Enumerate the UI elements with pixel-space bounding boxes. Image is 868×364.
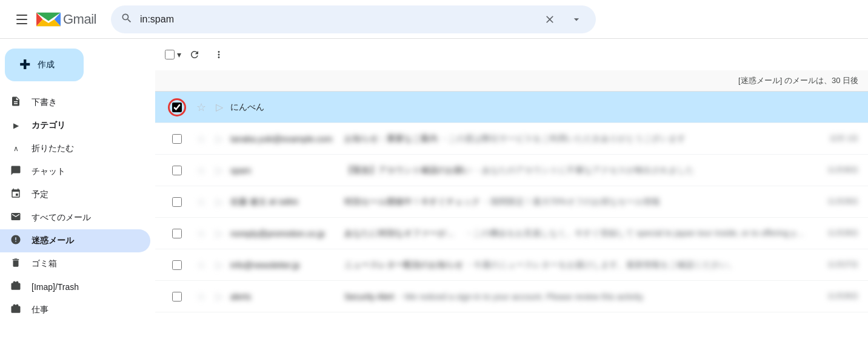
select-dropdown-chevron[interactable]: ▾ bbox=[177, 50, 181, 59]
sidebar-item-spam[interactable]: 迷惑メール bbox=[0, 229, 150, 252]
email-checkbox-4[interactable] bbox=[172, 197, 182, 207]
forward-icon-1[interactable]: ▷ bbox=[216, 101, 223, 113]
email-sender-1: にんべん bbox=[230, 102, 339, 113]
star-icon-4[interactable]: ☆ bbox=[196, 195, 206, 209]
forward-icon-7[interactable]: ▷ bbox=[216, 291, 223, 302]
hamburger-button[interactable] bbox=[10, 7, 34, 32]
email-sender-5: noreply@promotion.co.jp bbox=[230, 229, 339, 238]
sidebar-item-work[interactable]: 仕事 bbox=[0, 298, 150, 322]
email-body-7: Security Alert - We noticed a sign-in to… bbox=[344, 292, 805, 302]
main-layout: ✚ 作成 下書き ▶ カテゴリ ∧ 折りたたむ チャット bbox=[0, 39, 868, 364]
sidebar-item-meet[interactable]: 予定 bbox=[0, 183, 150, 206]
email-snippet-6: - 今週のニュースレターをお届けします。最新情報をご確認ください。 bbox=[468, 260, 736, 271]
spam-icon bbox=[10, 234, 22, 248]
email-sender-3: spam bbox=[230, 166, 339, 175]
compose-button[interactable]: ✚ 作成 bbox=[5, 49, 84, 81]
sidebar-item-categories[interactable]: ▶ カテゴリ bbox=[0, 114, 150, 137]
star-icon-1[interactable]: ☆ bbox=[196, 101, 206, 114]
email-row[interactable]: ☆ ▷ info@newsletter.jp ニュースレター配信のお知らせ - … bbox=[155, 249, 868, 281]
sidebar-item-label-trash: ゴミ箱 bbox=[32, 258, 141, 269]
email-checkbox-wrap-2 bbox=[165, 134, 189, 144]
work-icon bbox=[10, 303, 22, 317]
categories-expand-icon: ▶ bbox=[10, 121, 22, 130]
refresh-button[interactable] bbox=[184, 44, 205, 66]
sidebar-item-label-chat: チャット bbox=[32, 166, 141, 177]
spam-notice: [迷惑メール] のメールは、30 日後 bbox=[155, 70, 868, 92]
forward-icon-2[interactable]: ▷ bbox=[216, 133, 223, 144]
email-checkbox-1[interactable] bbox=[172, 103, 182, 112]
email-row[interactable]: ☆ ▷ にんべん bbox=[155, 92, 868, 123]
sidebar-item-trash[interactable]: ゴミ箱 bbox=[0, 252, 150, 275]
sidebar-item-all-mail[interactable]: すべてのメール bbox=[0, 206, 150, 229]
fold-icon: ∧ bbox=[10, 144, 22, 153]
forward-icon-4[interactable]: ▷ bbox=[216, 196, 223, 207]
forward-icon-5[interactable]: ▷ bbox=[216, 228, 223, 239]
select-all-checkbox[interactable] bbox=[165, 50, 175, 59]
email-checkbox-wrap-3 bbox=[165, 166, 189, 175]
sidebar-item-label-all-mail: すべてのメール bbox=[32, 212, 141, 223]
forward-icon-3[interactable]: ▷ bbox=[216, 164, 223, 176]
email-sender-2: tanaka.yuki@example.com bbox=[230, 134, 339, 144]
toolbar: ▾ bbox=[155, 39, 868, 70]
search-bar[interactable]: in:spam bbox=[111, 5, 596, 33]
gmail-logo: Gmail bbox=[36, 11, 96, 28]
email-checkbox-3[interactable] bbox=[172, 166, 182, 175]
email-row[interactable]: ☆ ▷ spam 【緊急】アカウント確認のお願い - あなたのアカウントに不審な… bbox=[155, 155, 868, 186]
search-options-button[interactable] bbox=[567, 10, 586, 29]
star-icon-7[interactable]: ☆ bbox=[196, 290, 206, 303]
select-all-wrap: ▾ bbox=[165, 50, 181, 59]
email-date-4: 11月29日 bbox=[810, 197, 858, 207]
email-checkbox-wrap-5 bbox=[165, 229, 189, 238]
sidebar-item-label-categories: カテゴリ bbox=[32, 120, 141, 131]
email-checkbox-7[interactable] bbox=[172, 292, 182, 302]
star-icon-5[interactable]: ☆ bbox=[196, 227, 206, 240]
email-sender-4: 佐藤 健太 at sales bbox=[230, 197, 339, 207]
sidebar-item-label-meet: 予定 bbox=[32, 189, 141, 200]
sidebar-item-label-fold: 折りたたむ bbox=[32, 143, 141, 154]
email-subject-2: お知らせ：重要なご案内 bbox=[344, 133, 438, 144]
forward-icon-6[interactable]: ▷ bbox=[216, 259, 223, 271]
email-checkbox-wrap-7 bbox=[165, 292, 189, 302]
email-snippet-7: - We noticed a sign-in to your account. … bbox=[399, 292, 644, 302]
email-row[interactable]: ☆ ▷ tanaka.yuki@example.com お知らせ：重要なご案内 … bbox=[155, 123, 868, 155]
trash-icon bbox=[10, 257, 22, 271]
drafts-icon bbox=[10, 96, 22, 110]
all-mail-icon bbox=[10, 211, 22, 225]
sidebar: ✚ 作成 下書き ▶ カテゴリ ∧ 折りたたむ チャット bbox=[0, 39, 155, 364]
email-checkbox-2[interactable] bbox=[172, 134, 182, 144]
star-icon-3[interactable]: ☆ bbox=[196, 164, 206, 177]
email-list: ☆ ▷ にんべん ☆ ▷ tanaka.yuki@example.com お知ら… bbox=[155, 92, 868, 364]
compose-plus-icon: ✚ bbox=[19, 58, 30, 72]
email-row[interactable]: ☆ ▷ 佐藤 健太 at sales 特別セール開催中！今すぐチェック - 期間… bbox=[155, 186, 868, 218]
content-area: ▾ [迷惑メール] のメールは、30 日後 bbox=[155, 39, 868, 364]
sidebar-item-chat[interactable]: チャット bbox=[0, 160, 150, 183]
email-body-6: ニュースレター配信のお知らせ - 今週のニュースレターをお届けします。最新情報を… bbox=[344, 260, 805, 271]
email-date-3: 11月30日 bbox=[810, 165, 858, 175]
sidebar-item-imap-trash[interactable]: [Imap]/Trash bbox=[0, 275, 150, 298]
email-body-4: 特別セール開催中！今すぐチェック - 期間限定！最大70%オフのお得なセール情報 bbox=[344, 197, 805, 207]
sidebar-item-fold[interactable]: ∧ 折りたたむ bbox=[0, 137, 150, 160]
email-row[interactable]: ☆ ▷ alerts Security Alert - We noticed a… bbox=[155, 281, 868, 312]
email-body-2: お知らせ：重要なご案内 - この度は弊社サービスをご利用いただきありがとうござい… bbox=[344, 133, 805, 144]
star-icon-6[interactable]: ☆ bbox=[196, 258, 206, 272]
chat-icon bbox=[10, 165, 22, 179]
star-icon-2[interactable]: ☆ bbox=[196, 132, 206, 146]
sidebar-item-label-drafts: 下書き bbox=[32, 97, 141, 108]
email-snippet-3: - あなたのアカウントに不審なアクセスが検出されました bbox=[476, 165, 694, 176]
email-date-2: 12月 1日 bbox=[810, 133, 858, 144]
email-row[interactable]: ☆ ▷ noreply@promotion.co.jp あなたに特別なオファーが… bbox=[155, 218, 868, 249]
email-date-5: 11月28日 bbox=[810, 228, 858, 238]
search-clear-button[interactable] bbox=[540, 10, 559, 29]
email-subject-4: 特別セール開催中！今すぐチェック bbox=[344, 197, 480, 207]
email-subject-5: あなたに特別なオファーがあります bbox=[344, 228, 462, 239]
email-checkbox-wrap-4 bbox=[165, 197, 189, 207]
search-input[interactable]: in:spam bbox=[140, 14, 533, 25]
email-date-7: 11月26日 bbox=[810, 291, 858, 302]
more-button[interactable] bbox=[208, 44, 230, 66]
email-checkbox-6[interactable] bbox=[172, 260, 182, 270]
email-date-6: 11月27日 bbox=[810, 260, 858, 270]
email-checkbox-5[interactable] bbox=[172, 229, 182, 238]
email-sender-6: info@newsletter.jp bbox=[230, 260, 339, 270]
gmail-logo-text: Gmail bbox=[63, 12, 96, 27]
sidebar-item-drafts[interactable]: 下書き bbox=[0, 91, 150, 114]
